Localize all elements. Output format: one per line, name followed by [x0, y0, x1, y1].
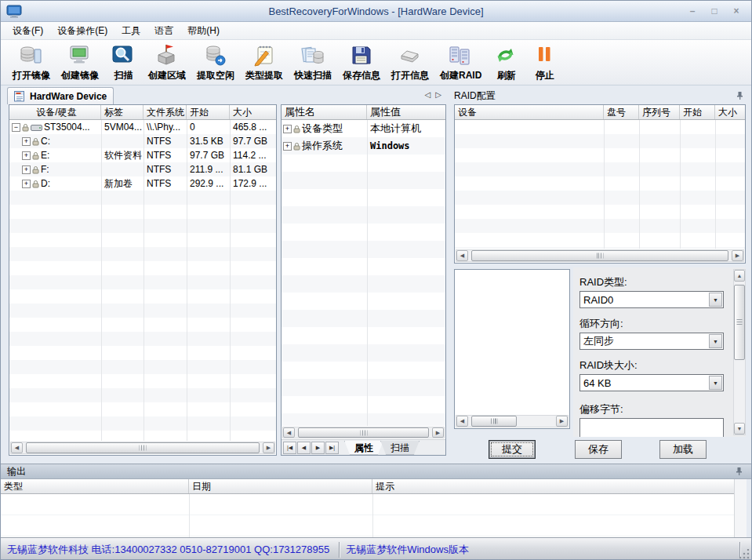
refresh-button[interactable]: 刷新 — [487, 41, 525, 84]
pin-icon[interactable] — [736, 91, 744, 100]
collapse-icon[interactable]: − — [12, 123, 20, 132]
extract-free-button[interactable]: 提取空闲 — [191, 41, 240, 84]
output-vscrollbar-track[interactable] — [734, 479, 747, 537]
offset-input[interactable] — [579, 418, 724, 437]
rotation-select[interactable]: 左同步 ▼ — [579, 333, 724, 350]
scroll-left-icon[interactable]: ◀ — [456, 416, 468, 427]
chevron-down-icon[interactable]: ▼ — [709, 376, 722, 390]
scrollbar-thumb[interactable] — [734, 285, 745, 360]
scroll-right-icon[interactable]: ▶ — [432, 427, 444, 438]
tab-properties[interactable]: 属性 — [344, 441, 383, 455]
column-header[interactable]: 属性值 — [367, 105, 445, 119]
column-header[interactable]: 大小 — [715, 105, 745, 119]
column-header[interactable]: 文件系统 — [143, 105, 187, 119]
create-region-button[interactable]: 创建区域 — [143, 41, 191, 84]
expand-icon[interactable]: + — [22, 137, 31, 146]
table-row[interactable]: + F: NTFS 211.9 ... 81.1 GB — [9, 162, 276, 176]
nav-first-icon[interactable]: |◀ — [283, 442, 296, 454]
property-row[interactable]: + 设备类型 本地计算机 — [282, 120, 445, 137]
table-row[interactable]: + E: 软件资料 NTFS 97.7 GB 114.2 ... — [9, 148, 276, 162]
create-raid-button[interactable]: 创建RAID — [434, 41, 487, 84]
quick-scan-button[interactable]: 快速扫描 — [289, 41, 337, 84]
save-button[interactable]: 保存 — [575, 440, 622, 459]
expand-icon[interactable]: + — [22, 165, 31, 174]
menu-item-device-ops[interactable]: 设备操作(E) — [50, 22, 114, 40]
menu-item-tools[interactable]: 工具 — [114, 22, 147, 40]
expand-icon[interactable]: + — [283, 142, 292, 151]
resize-grip[interactable] — [739, 549, 750, 559]
table-row[interactable]: + C: NTFS 31.5 KB 97.7 GB — [9, 134, 276, 148]
scroll-right-icon[interactable]: ▶ — [556, 416, 568, 427]
quick-scan-icon — [300, 42, 325, 68]
chevron-down-icon[interactable]: ▼ — [709, 334, 722, 348]
column-header[interactable]: 标签 — [101, 105, 143, 119]
scroll-right-icon[interactable]: ▶ — [263, 442, 274, 453]
device-name: D: — [41, 178, 50, 189]
scrollbar-thumb[interactable] — [471, 416, 517, 427]
save-info-button[interactable]: 保存信息 — [337, 41, 386, 84]
scrollbar-thumb[interactable] — [26, 442, 260, 453]
type-extract-button[interactable]: 类型提取 — [240, 41, 289, 84]
vertical-splitter[interactable] — [446, 85, 449, 459]
nav-next-icon[interactable]: ▶ — [311, 442, 325, 454]
maximize-button[interactable]: □ — [706, 4, 723, 17]
nav-last-icon[interactable]: ▶| — [325, 442, 339, 454]
column-header[interactable]: 提示 — [372, 479, 734, 493]
column-header[interactable]: 类型 — [1, 479, 189, 493]
block-size-select[interactable]: 64 KB ▼ — [579, 374, 724, 391]
listbox-hscrollbar[interactable]: ◀ ▶ — [456, 415, 569, 427]
scroll-right-icon[interactable]: ▶ — [732, 250, 743, 261]
open-image-icon — [18, 42, 44, 68]
scroll-down-icon[interactable]: ▼ — [734, 423, 745, 435]
nav-prev-icon[interactable]: ◀ — [297, 442, 311, 454]
open-info-button[interactable]: 打开信息 — [386, 41, 434, 84]
submit-button[interactable]: 提交 — [489, 440, 536, 459]
menu-item-help[interactable]: 帮助(H) — [180, 22, 227, 40]
scroll-left-icon[interactable]: ◀ — [11, 442, 23, 453]
settings-vscrollbar[interactable]: ▲ ▼ — [733, 269, 746, 435]
column-header[interactable]: 序列号 — [639, 105, 680, 119]
property-row[interactable]: + 操作系统 Windows — [282, 137, 445, 155]
horizontal-splitter[interactable] — [1, 460, 751, 463]
column-header[interactable]: 盘号 — [604, 105, 639, 119]
raid-type-value: RAID0 — [580, 294, 709, 306]
minimize-button[interactable]: – — [684, 4, 701, 17]
scrollbar-thumb[interactable] — [298, 427, 429, 438]
tab-scroll-right-icon[interactable]: ▷ — [435, 90, 441, 99]
load-button[interactable]: 加载 — [659, 440, 707, 459]
raid-table-hscrollbar[interactable]: ◀ ▶ — [456, 249, 744, 262]
table-row[interactable]: + D: 新加卷 NTFS 292.9 ... 172.9 ... — [9, 176, 276, 191]
lock-icon — [32, 165, 39, 174]
column-header[interactable]: 设备 — [455, 105, 604, 119]
expand-icon[interactable]: + — [22, 180, 31, 188]
tab-scroll-left-icon[interactable]: ◁ — [425, 90, 431, 99]
scroll-left-icon[interactable]: ◀ — [456, 250, 468, 261]
column-header[interactable]: 属性名 — [282, 105, 367, 119]
raid-member-listbox[interactable]: ◀ ▶ — [454, 269, 570, 429]
column-header[interactable]: 开始 — [680, 105, 715, 119]
menu-item-device[interactable]: 设备(F) — [5, 22, 50, 40]
scan-button[interactable]: 扫描 — [104, 41, 143, 84]
create-image-button[interactable]: 创建镜像 — [56, 41, 104, 84]
column-header[interactable]: 开始 — [187, 105, 230, 119]
column-header[interactable]: 大小 — [230, 105, 276, 119]
raid-type-select[interactable]: RAID0 ▼ — [579, 291, 724, 308]
property-hscrollbar[interactable]: ◀ ▶ — [282, 427, 445, 438]
scrollbar-thumb[interactable] — [471, 250, 728, 261]
close-button[interactable]: × — [728, 4, 745, 17]
device-table-hscrollbar[interactable]: ◀ ▶ — [10, 442, 275, 454]
column-header[interactable]: 设备/硬盘 — [9, 105, 101, 119]
expand-icon[interactable]: + — [22, 151, 31, 160]
scroll-left-icon[interactable]: ◀ — [283, 427, 295, 438]
table-row[interactable]: − ST35004... 5VM04... \\.\Phy... 0 465.8… — [9, 120, 276, 134]
column-header[interactable]: 日期 — [189, 479, 372, 493]
stop-button[interactable]: 停止 — [525, 41, 564, 84]
pin-icon[interactable] — [735, 467, 743, 476]
expand-icon[interactable]: + — [283, 125, 292, 133]
tab-scan[interactable]: 扫描 — [380, 441, 420, 455]
tab-hardware-device[interactable]: HardWare Device — [7, 87, 114, 104]
chevron-down-icon[interactable]: ▼ — [709, 293, 722, 307]
scroll-up-icon[interactable]: ▲ — [734, 270, 745, 282]
menu-item-language[interactable]: 语言 — [147, 22, 180, 40]
open-image-button[interactable]: 打开镜像 — [7, 41, 56, 84]
